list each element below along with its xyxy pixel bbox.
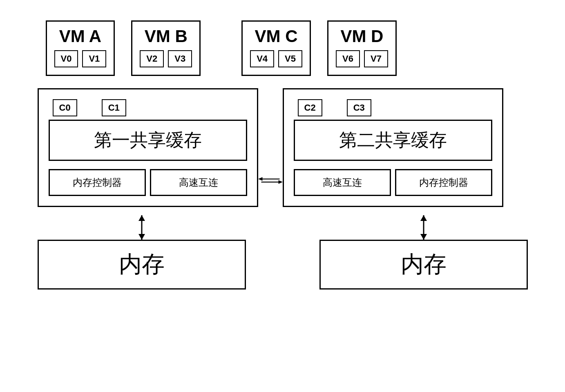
numa0-shared-cache: 第一共享缓存 — [49, 120, 247, 161]
numa1-bottom-row: 高速互连 内存控制器 — [294, 169, 492, 196]
vm-b-vcpus: V2 V3 — [140, 50, 192, 67]
numa1-core-1: C3 — [347, 99, 371, 116]
diagram: VM A V0 V1 VM B V2 V3 VM C V4 V5 VM D — [38, 20, 528, 372]
numa1-interconnect: 高速互连 — [294, 169, 391, 196]
numa-wrapper: C0 C1 第一共享缓存 内存控制器 高速互连 — [38, 88, 528, 207]
spacer — [270, 215, 295, 290]
svg-marker-10 — [420, 215, 427, 221]
vm-a-vcpu-1: V1 — [82, 50, 106, 67]
vm-c-vcpu-1: V5 — [278, 50, 302, 67]
numa1-core-0: C2 — [298, 99, 322, 116]
vm-c-box: VM C V4 V5 — [241, 20, 311, 76]
vm-b-title: VM B — [140, 27, 192, 46]
numa0-interconnect: 高速互连 — [150, 169, 247, 196]
numa0-core-labels: C0 C1 — [49, 99, 247, 116]
memory-1-wrapper: 内存 — [319, 215, 528, 290]
vm-d-vcpu-0: V6 — [336, 50, 360, 67]
vm-d-box: VM D V6 V7 — [327, 20, 397, 76]
svg-marker-7 — [138, 215, 145, 221]
vm-c-title: VM C — [250, 27, 302, 46]
memory-1-box: 内存 — [319, 240, 528, 290]
vm-b-box: VM B V2 V3 — [131, 20, 201, 76]
memory-0-wrapper: 内存 — [38, 215, 246, 290]
vm-d-vcpu-1: V7 — [364, 50, 388, 67]
numa-node-1: C2 C3 第二共享缓存 高速互连 内存控制器 — [283, 88, 503, 207]
numa1-core-labels: C2 C3 — [294, 99, 492, 116]
bidirectional-arrow-icon — [258, 172, 283, 189]
memory-1-arrow-icon — [415, 215, 432, 240]
svg-marker-8 — [138, 234, 145, 240]
svg-marker-4 — [258, 177, 263, 180]
vm-d-vcpus: V6 V7 — [336, 50, 388, 67]
numa0-mem-ctrl: 内存控制器 — [49, 169, 146, 196]
numa1-mem-ctrl: 内存控制器 — [395, 169, 492, 196]
vm-a-box: VM A V0 V1 — [46, 20, 115, 76]
interconnect-arrow-area — [258, 172, 283, 189]
numa0-core-1: C1 — [102, 99, 126, 116]
vm-c-vcpus: V4 V5 — [250, 50, 302, 67]
memory-0-box: 内存 — [38, 240, 246, 290]
vm-c-vcpu-0: V4 — [250, 50, 274, 67]
numa1-shared-cache: 第二共享缓存 — [294, 120, 492, 161]
svg-marker-11 — [420, 234, 427, 240]
vm-d-title: VM D — [336, 27, 388, 46]
memory-0-arrow-icon — [134, 215, 150, 240]
numa0-bottom-row: 内存控制器 高速互连 — [49, 169, 247, 196]
numa0-core-0: C0 — [53, 99, 77, 116]
vm-b-vcpu-0: V2 — [140, 50, 164, 67]
memory-section: 内存 内存 — [38, 215, 528, 290]
vm-a-title: VM A — [54, 27, 107, 46]
vm-a-vcpus: V0 V1 — [54, 50, 107, 67]
numa-node-0: C0 C1 第一共享缓存 内存控制器 高速互连 — [38, 88, 258, 207]
vm-b-vcpu-1: V3 — [168, 50, 192, 67]
svg-marker-5 — [278, 180, 283, 184]
vm-a-vcpu-0: V0 — [54, 50, 78, 67]
vm-row: VM A V0 V1 VM B V2 V3 VM C V4 V5 VM D — [38, 20, 528, 76]
main-content: C0 C1 第一共享缓存 内存控制器 高速互连 — [38, 88, 528, 290]
